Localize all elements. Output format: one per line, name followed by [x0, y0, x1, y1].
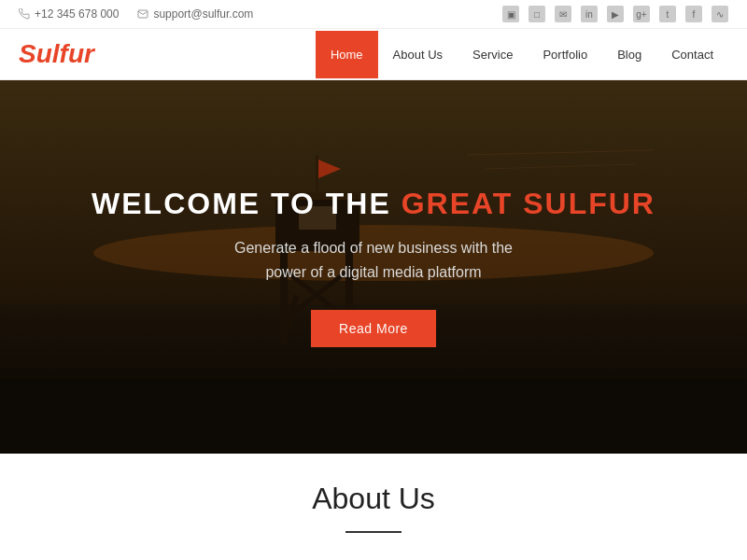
social-icon-linkedin[interactable]: in	[581, 6, 598, 22]
nav-home[interactable]: Home	[316, 31, 378, 78]
hero-content: WELCOME TO THE GREAT SULFUR Generate a f…	[73, 168, 674, 366]
site-header: Sulfur Home About Us Service Portfolio B…	[0, 29, 747, 80]
nav-blog[interactable]: Blog	[602, 31, 656, 78]
social-icon-gplus[interactable]: g+	[633, 6, 650, 22]
social-icon-camera[interactable]: ▣	[502, 6, 519, 22]
hero-section: WELCOME TO THE GREAT SULFUR Generate a f…	[0, 80, 747, 454]
top-bar: +12 345 678 000 support@sulfur.com ▣ □ ✉…	[0, 0, 747, 29]
social-icon-facebook[interactable]: f	[685, 6, 702, 22]
hero-subtitle: Generate a flood of new business with th…	[92, 236, 655, 284]
phone-info: +12 345 678 000	[19, 7, 119, 21]
social-icon-rss[interactable]: ∿	[712, 6, 728, 22]
about-divider	[345, 531, 402, 533]
social-icons-bar: ▣ □ ✉ in ▶ g+ t f ∿	[502, 6, 728, 22]
nav-service[interactable]: Service	[458, 31, 528, 78]
phone-icon	[19, 8, 30, 20]
nav-contact[interactable]: Contact	[656, 31, 728, 78]
hero-title-prefix: WELCOME TO THE	[92, 187, 402, 220]
read-more-button[interactable]: Read More	[311, 310, 436, 347]
social-icon-env[interactable]: ✉	[555, 6, 571, 22]
main-nav: Home About Us Service Portfolio Blog Con…	[316, 31, 728, 78]
phone-number: +12 345 678 000	[35, 7, 119, 21]
social-icon-box[interactable]: □	[529, 6, 545, 22]
social-icon-youtube[interactable]: ▶	[607, 6, 624, 22]
nav-about[interactable]: About Us	[378, 31, 458, 78]
email-info: support@sulfur.com	[137, 7, 253, 21]
svg-rect-3	[0, 379, 747, 454]
social-icon-twitter[interactable]: t	[659, 6, 676, 22]
about-title: About Us	[19, 482, 728, 516]
nav-portfolio[interactable]: Portfolio	[528, 31, 602, 78]
hero-title: WELCOME TO THE GREAT SULFUR	[92, 187, 655, 221]
about-section: About Us	[0, 454, 747, 542]
top-bar-left: +12 345 678 000 support@sulfur.com	[19, 7, 253, 21]
email-icon	[137, 8, 148, 20]
site-logo[interactable]: Sulfur	[19, 39, 316, 69]
email-address: support@sulfur.com	[153, 7, 253, 21]
hero-title-accent: GREAT SULFUR	[402, 187, 655, 220]
